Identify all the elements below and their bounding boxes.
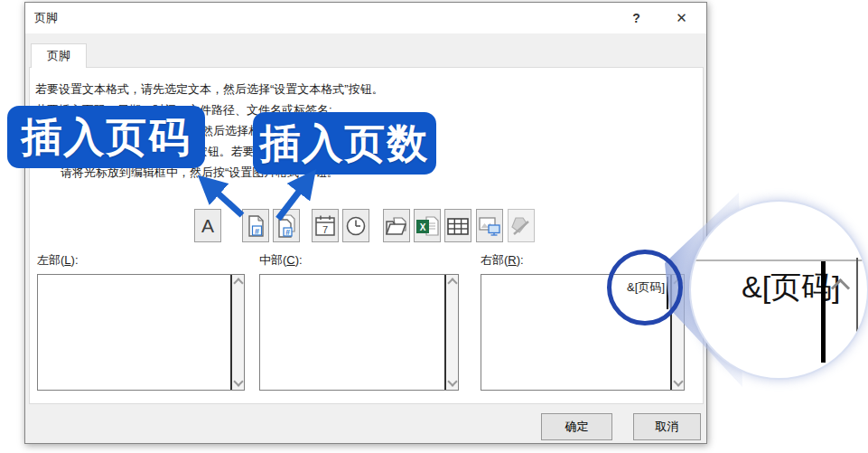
left-section-textbox[interactable]	[37, 274, 245, 391]
magnifier-circle: &[页码]	[689, 200, 868, 380]
center-section-label: 中部(C):	[259, 252, 303, 269]
svg-text:X: X	[420, 222, 426, 231]
scroll-up-icon[interactable]	[447, 278, 457, 288]
callout-insert-page-count: 插入页数	[253, 112, 436, 175]
page-number-icon: #	[245, 213, 266, 239]
insert-time-button[interactable]	[342, 209, 369, 242]
close-button[interactable]: ✕	[669, 6, 694, 30]
format-text-icon: A	[197, 213, 219, 239]
insert-picture-icon	[477, 214, 502, 238]
dialog-titlebar: 页脚 ? ✕	[25, 3, 706, 33]
format-text-button[interactable]: A	[194, 209, 221, 242]
svg-text:A: A	[201, 215, 214, 236]
scroll-down-icon[interactable]	[447, 376, 457, 386]
insert-date-button[interactable]: 7	[312, 209, 339, 242]
right-section-label: 右部(R):	[481, 252, 524, 269]
help-button[interactable]: ?	[624, 6, 649, 30]
magnified-box-border	[691, 260, 867, 261]
magnified-scrollbar-border	[856, 258, 858, 380]
insert-file-path-button[interactable]	[383, 209, 410, 242]
page-count-icon: #	[275, 213, 297, 239]
left-section-label: 左部(L):	[37, 252, 79, 269]
callout-insert-page-number: 插入页码	[7, 106, 205, 168]
magnified-caret	[821, 261, 826, 363]
footer-dialog: 页脚 ? ✕ 页脚 若要设置文本格式，请先选定文本，然后选择“设置文本格式”按钮…	[24, 2, 707, 444]
scroll-down-icon[interactable]	[673, 376, 683, 386]
highlight-ring	[607, 250, 683, 326]
format-picture-button[interactable]	[508, 209, 535, 242]
instruction-line-1: 若要设置文本格式，请先选定文本，然后选择“设置文本格式”按钮。	[35, 81, 384, 98]
file-path-icon	[384, 214, 409, 238]
insert-file-name-button[interactable]: X	[414, 209, 441, 242]
svg-text:#: #	[255, 226, 259, 235]
format-picture-icon	[509, 214, 534, 238]
magnified-value: &[页码]	[742, 267, 841, 308]
scroll-up-icon[interactable]	[233, 278, 243, 288]
file-name-icon: X	[415, 214, 440, 238]
center-section-textbox[interactable]	[259, 274, 459, 391]
ok-button[interactable]: 确定	[541, 413, 612, 440]
screenshot-stage: 页脚 ? ✕ 页脚 若要设置文本格式，请先选定文本，然后选择“设置文本格式”按钮…	[0, 0, 868, 453]
tab-footer[interactable]: 页脚	[31, 43, 87, 68]
insert-page-number-button[interactable]: #	[242, 209, 269, 242]
sheet-name-icon	[445, 214, 471, 238]
scroll-down-icon[interactable]	[233, 376, 243, 386]
cancel-button[interactable]: 取消	[633, 413, 701, 440]
left-scrollbar[interactable]	[230, 275, 244, 390]
time-icon	[344, 214, 368, 238]
svg-text:7: 7	[322, 223, 328, 234]
center-scrollbar[interactable]	[444, 275, 458, 390]
svg-text:#: #	[285, 227, 290, 236]
date-icon: 7	[313, 213, 337, 239]
dialog-title: 页脚	[34, 3, 58, 33]
insert-page-count-button[interactable]: #	[273, 209, 300, 242]
insert-sheet-name-button[interactable]	[444, 209, 471, 242]
insert-picture-button[interactable]	[476, 209, 503, 242]
